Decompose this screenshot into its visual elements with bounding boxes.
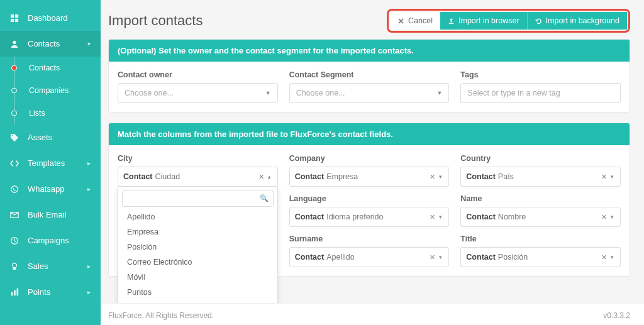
- field-value: Apellido: [326, 253, 354, 262]
- svg-point-4: [13, 40, 16, 43]
- field-value: Posición: [498, 253, 528, 262]
- field-mapping-select[interactable]: Contact País✕▾: [460, 167, 621, 187]
- caret-icon[interactable]: ▴: [267, 174, 272, 180]
- button-label: Cancel: [408, 16, 433, 25]
- field-label-owner: Contact owner: [118, 70, 278, 79]
- dropdown-option[interactable]: Dirección Línea 1: [122, 300, 274, 303]
- footer-copyright: FluxForce. All Rights Reserved.: [108, 311, 214, 320]
- caret-icon[interactable]: ▾: [609, 174, 615, 180]
- close-icon: [397, 18, 404, 25]
- chevron-right-icon: ▸: [87, 185, 91, 192]
- clear-icon[interactable]: ✕: [427, 173, 438, 181]
- tag-icon: [10, 133, 19, 142]
- page-title: Import contacts: [108, 13, 387, 29]
- caret-icon[interactable]: ▾: [609, 214, 615, 220]
- dashboard-icon: [10, 14, 19, 23]
- field-mapping-select[interactable]: Contact Idioma preferido✕▾: [289, 207, 450, 227]
- field-mapping-select[interactable]: Contact Nombre✕▾: [460, 207, 621, 227]
- caret-icon[interactable]: ▾: [609, 254, 615, 260]
- clear-icon[interactable]: ✕: [256, 173, 267, 181]
- dropdown-option[interactable]: Apellido: [122, 209, 274, 224]
- input-placeholder: Select or type in a new tag: [467, 89, 560, 97]
- entity-label: Contact: [295, 172, 325, 181]
- clear-icon[interactable]: ✕: [599, 173, 609, 181]
- column-label: Name: [460, 194, 621, 203]
- sidebar-item-templates[interactable]: Templates ▸: [0, 150, 101, 176]
- dropdown-option[interactable]: Puntos: [122, 285, 274, 300]
- sidebar-item-dashboard[interactable]: Dashboard: [0, 5, 101, 31]
- svg-point-9: [13, 263, 17, 267]
- sidebar-subitem-lists[interactable]: Lists: [14, 102, 101, 124]
- whatsapp-icon: [10, 185, 19, 194]
- field-value: Nombre: [498, 212, 526, 221]
- field-mapping-select[interactable]: Contact Apellido✕▾: [289, 247, 450, 267]
- dropdown-option[interactable]: Móvil: [122, 270, 274, 285]
- sidebar-submenu: Contacts Companies Lists: [0, 57, 101, 124]
- svg-rect-11: [14, 290, 16, 295]
- svg-rect-3: [15, 18, 18, 21]
- field-mapping-select[interactable]: Contact Ciudad✕▴: [118, 167, 278, 187]
- sidebar-item-label: Bulk Email: [28, 210, 66, 219]
- field-label-tags: Tags: [460, 70, 621, 79]
- column-label: Language: [289, 194, 450, 203]
- page-header: Import contacts Cancel Import in browser…: [101, 0, 644, 39]
- sidebar-item-sales[interactable]: Sales ▸: [0, 253, 101, 279]
- sidebar-item-label: Whatsapp: [28, 184, 65, 194]
- sidebar-subitem-contacts[interactable]: Contacts: [14, 57, 101, 79]
- sidebar-item-label: Campaigns: [28, 236, 69, 245]
- sidebar-item-label: Assets: [28, 133, 52, 142]
- button-label: Import in background: [546, 16, 619, 25]
- select-placeholder: Choose one...: [125, 89, 174, 97]
- chart-icon: [10, 288, 19, 297]
- import-background-button[interactable]: Import in background: [527, 12, 627, 30]
- code-icon: [10, 159, 19, 168]
- entity-label: Contact: [466, 212, 496, 221]
- sidebar-item-contacts[interactable]: Contacts ▾: [0, 31, 101, 57]
- sidebar-item-assets[interactable]: Assets: [0, 124, 101, 150]
- history-icon: [535, 18, 542, 25]
- sidebar-subitem-companies[interactable]: Companies: [14, 79, 101, 102]
- contact-segment-select[interactable]: Choose one... ▼: [289, 83, 450, 103]
- field-value: Idioma preferido: [326, 212, 383, 221]
- chevron-down-icon: ▾: [87, 40, 91, 47]
- contact-owner-select[interactable]: Choose one... ▼: [118, 83, 278, 103]
- sidebar-item-campaigns[interactable]: Campaigns: [0, 228, 101, 253]
- svg-rect-10: [11, 292, 13, 295]
- entity-label: Contact: [123, 172, 153, 181]
- field-label-segment: Contact Segment: [289, 70, 450, 79]
- panel-heading: Match the columns from the imported file…: [109, 123, 630, 145]
- footer: FluxForce. All Rights Reserved. v0.3.3.2: [101, 303, 644, 325]
- sidebar-item-label: Points: [28, 287, 50, 297]
- clear-icon[interactable]: ✕: [599, 253, 609, 262]
- sidebar-item-whatsapp[interactable]: Whatsapp ▸: [0, 176, 101, 202]
- tags-input[interactable]: Select or type in a new tag: [460, 83, 621, 103]
- bulb-icon: [10, 262, 19, 271]
- field-mapping-select[interactable]: Contact Empresa✕▾: [289, 167, 450, 187]
- svg-point-5: [12, 135, 13, 136]
- clear-icon[interactable]: ✕: [427, 253, 438, 262]
- sidebar-item-bulk-email[interactable]: Bulk Email: [0, 202, 101, 228]
- sidebar-item-label: Contacts: [28, 39, 60, 48]
- dropdown-search-input[interactable]: [122, 190, 274, 207]
- cancel-button[interactable]: Cancel: [390, 12, 440, 30]
- sidebar-item-points[interactable]: Points ▸: [0, 279, 101, 305]
- footer-version: v0.3.3.2: [603, 311, 630, 320]
- owner-panel: (Optional) Set the owner and the contact…: [108, 39, 630, 113]
- sidebar-item-label: Lists: [29, 109, 45, 118]
- caret-icon[interactable]: ▾: [438, 254, 443, 260]
- import-browser-button[interactable]: Import in browser: [440, 12, 527, 30]
- clear-icon[interactable]: ✕: [427, 213, 438, 221]
- upload-icon: [448, 18, 455, 25]
- caret-icon[interactable]: ▾: [438, 214, 443, 220]
- dropdown-option[interactable]: Empresa: [122, 224, 274, 240]
- column-label: Title: [460, 234, 621, 243]
- dropdown-option[interactable]: Correo Electrónico: [122, 255, 274, 270]
- dropdown-option[interactable]: Posición: [122, 240, 274, 255]
- caret-icon[interactable]: ▾: [438, 174, 443, 180]
- chevron-right-icon: ▸: [87, 289, 91, 295]
- svg-rect-12: [17, 288, 19, 295]
- field-mapping-select[interactable]: Contact Posición✕▾: [460, 247, 621, 267]
- search-icon: 🔍: [260, 194, 269, 202]
- sidebar-item-label: Companies: [29, 86, 69, 95]
- clear-icon[interactable]: ✕: [599, 213, 609, 221]
